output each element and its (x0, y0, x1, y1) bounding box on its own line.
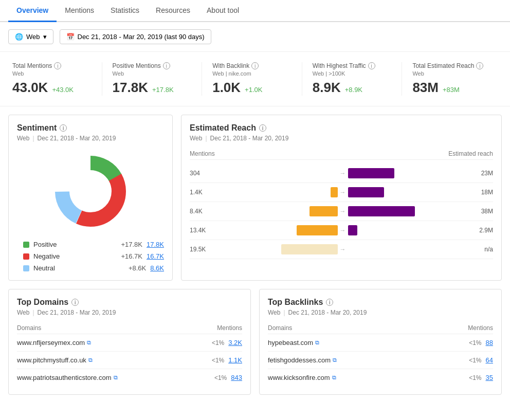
total-mentions-sub: Web (12, 70, 92, 77)
top-domains-mentions-2: <1% 843 (214, 374, 242, 381)
reach-row-2: 8.4K → 38M (190, 202, 493, 221)
reach-row-0-purple-bar (348, 168, 394, 178)
bottom-cards-row: Top Domains i Web | Dec 21, 2018 - Mar 2… (0, 289, 510, 403)
reach-row-3-arrow: → (340, 227, 346, 234)
reach-row-1-value: 18M (470, 189, 493, 196)
backlink-ext-icon-1: ⧉ (333, 357, 337, 363)
external-link-icon-1: ⧉ (88, 357, 93, 363)
with-backlink-info-icon[interactable]: i (251, 62, 259, 69)
top-domains-domain-2[interactable]: www.patriotsauthenticstore.com ⧉ (17, 374, 118, 381)
reach-row-4-value: n/a (470, 246, 493, 253)
reach-row-3-mentions: 13.4K (190, 227, 215, 234)
web-filter-button[interactable]: 🌐 Web ▾ (8, 29, 53, 44)
external-link-icon-2: ⧉ (114, 374, 118, 381)
filter-bar: 🌐 Web ▾ 📅 Dec 21, 2018 - Mar 20, 2019 (l… (0, 22, 510, 52)
highest-traffic-delta: +8.9K (345, 86, 362, 94)
tab-mentions[interactable]: Mentions (57, 0, 102, 22)
total-mentions-label: Total Mentions (12, 62, 52, 69)
top-backlinks-mentions-2: <1% 35 (469, 374, 493, 381)
reach-row-0: 304 → 23M (190, 164, 493, 183)
highest-traffic-info-icon[interactable]: i (368, 62, 375, 69)
top-domains-source: Web (17, 309, 29, 316)
metrics-row: Total Mentions i Web 43.0K +43.0K Positi… (0, 52, 510, 106)
reach-info-icon[interactable]: i (259, 124, 266, 132)
legend-positive: Positive +17.8K 17.8K (23, 241, 164, 248)
top-backlinks-domain-1[interactable]: fetishgoddesses.com ⧉ (268, 356, 337, 364)
highest-traffic-label: With Highest Traffic (313, 62, 366, 69)
top-domains-title: Top Domains (17, 298, 68, 307)
neutral-dot (23, 265, 29, 271)
sentiment-date-range: Dec 21, 2018 - Mar 20, 2019 (38, 135, 116, 142)
top-domains-row-2: www.patriotsauthenticstore.com ⧉ <1% 843 (17, 369, 242, 386)
positive-mentions-label: Positive Mentions (113, 62, 161, 69)
metric-with-backlink: With Backlink i Web | nike.com 1.0K +1.0… (202, 62, 302, 96)
tab-overview[interactable]: Overview (8, 0, 57, 22)
positive-legend-delta: +17.8K (121, 241, 142, 248)
reach-row-4: 19.5K → n/a (190, 240, 493, 259)
top-backlinks-info-icon[interactable]: i (326, 299, 333, 306)
top-backlinks-mentions-1: <1% 64 (469, 356, 493, 364)
reach-row-0-arrow: → (340, 170, 346, 177)
top-backlinks-row-0: hypebeast.com ⧉ <1% 88 (268, 334, 493, 352)
top-domains-val-link-2[interactable]: 843 (231, 374, 242, 381)
positive-mentions-info-icon[interactable]: i (163, 62, 170, 69)
reach-card-title: Estimated Reach (190, 123, 256, 133)
sentiment-legend: Positive +17.8K 17.8K Negative +16.7K 16… (17, 241, 164, 272)
reach-row-2-arrow: → (340, 208, 346, 215)
top-backlinks-domain-2[interactable]: www.kicksonfire.com ⧉ (268, 374, 336, 381)
sentiment-card: Sentiment i Web | Dec 21, 2018 - Mar 20,… (8, 115, 173, 281)
top-domains-val-link-1[interactable]: 1.1K (228, 356, 242, 364)
top-domains-mentions-1: <1% 1.1K (212, 356, 242, 364)
tab-statistics[interactable]: Statistics (102, 0, 148, 22)
reach-row-0-mentions: 304 (190, 170, 215, 177)
top-backlinks-val-link-1[interactable]: 64 (486, 356, 493, 364)
reach-row-2-purple-bar (348, 206, 415, 216)
reach-row-2-mentions: 8.4K (190, 208, 215, 215)
top-backlinks-domain-0[interactable]: hypebeast.com ⧉ (268, 339, 319, 346)
top-domains-col-mentions: Mentions (217, 324, 242, 332)
top-backlinks-col-domains: Domains (268, 324, 292, 332)
top-domains-col-domains: Domains (17, 324, 41, 332)
total-mentions-info-icon[interactable]: i (54, 62, 61, 69)
negative-dot (23, 253, 29, 260)
negative-legend-link[interactable]: 16.7K (147, 252, 164, 260)
estimated-reach-sub: Web (412, 70, 491, 77)
top-backlinks-val-link-0[interactable]: 88 (486, 339, 493, 346)
with-backlink-value: 1.0K (212, 80, 241, 96)
negative-legend-delta: +16.7K (121, 252, 142, 260)
neutral-legend-link[interactable]: 8.6K (150, 264, 164, 272)
reach-row-1-purple-bar (348, 187, 384, 197)
top-domains-info-icon[interactable]: i (71, 299, 79, 306)
top-domains-date-range: Dec 21, 2018 - Mar 20, 2019 (38, 309, 116, 316)
positive-dot (23, 242, 29, 248)
nav-tabs: Overview Mentions Statistics Resources A… (0, 0, 510, 22)
date-filter-button[interactable]: 📅 Dec 21, 2018 - Mar 20, 2019 (last 90 d… (60, 29, 211, 44)
estimated-reach-label: Total Estimated Reach (412, 62, 474, 69)
metric-highest-traffic: With Highest Traffic i Web | >100K 8.9K … (302, 62, 403, 96)
globe-icon: 🌐 (15, 33, 23, 41)
top-domains-row-0: www.nfljerseymex.com ⧉ <1% 3.2K (17, 334, 242, 352)
reach-row-1-bars: → (220, 187, 466, 197)
reach-row-4-arrow: → (340, 246, 346, 253)
donut-chart-container (17, 150, 164, 232)
top-backlinks-date-range: Dec 21, 2018 - Mar 20, 2019 (288, 309, 367, 316)
with-backlink-sub: Web | nike.com (212, 70, 292, 77)
positive-legend-link[interactable]: 17.8K (147, 241, 164, 248)
top-domains-domain-1[interactable]: www.pitchmystuff.co.uk ⧉ (17, 356, 93, 364)
negative-legend-label: Negative (33, 252, 113, 260)
top-domains-mentions-0: <1% 3.2K (212, 339, 242, 346)
highest-traffic-value: 8.9K (313, 80, 341, 96)
estimated-reach-info-icon[interactable]: i (476, 62, 483, 69)
reach-row-0-value: 23M (470, 170, 493, 177)
top-backlinks-val-link-2[interactable]: 35 (486, 374, 493, 381)
web-filter-label: Web (26, 33, 40, 41)
estimated-reach-value: 83M (412, 80, 439, 96)
positive-mentions-value: 17.8K (113, 80, 148, 96)
sentiment-info-icon[interactable]: i (60, 124, 67, 132)
tab-resources[interactable]: Resources (148, 0, 198, 22)
with-backlink-label: With Backlink (212, 62, 249, 69)
top-domains-domain-0[interactable]: www.nfljerseymex.com ⧉ (17, 339, 91, 346)
reach-row-3: 13.4K → 2.9M (190, 221, 493, 240)
top-domains-val-link-0[interactable]: 3.2K (228, 339, 242, 346)
tab-about-tool[interactable]: About tool (198, 0, 247, 22)
